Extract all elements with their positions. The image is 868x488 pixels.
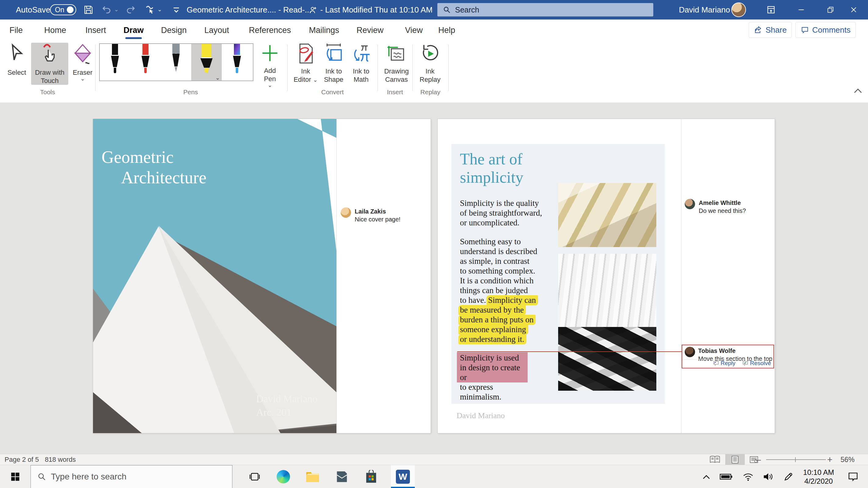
comment-tobias[interactable]: Tobias Wolfe Move this section to the to… (682, 345, 774, 368)
action-center-icon[interactable] (842, 465, 864, 488)
ink-editor-button[interactable]: Ink Editor ⌄ (292, 43, 319, 84)
ink-highlight: Simplicity can (487, 295, 538, 305)
tab-file[interactable]: File (9, 20, 23, 41)
tab-insert[interactable]: Insert (85, 20, 106, 41)
comments-button[interactable]: Comments (796, 22, 856, 38)
ink-replay-icon (421, 43, 439, 65)
ink-highlight: or understanding it. (458, 334, 526, 344)
mail-app-icon[interactable] (329, 465, 355, 488)
tab-home[interactable]: Home (44, 20, 66, 41)
page-1-cover[interactable]: Geometric Architecture David Mariano Arc… (93, 119, 431, 433)
comment-amelie[interactable]: Amelie Whittle Do we need this? (685, 199, 746, 215)
draw-touch-icon[interactable] (145, 4, 156, 15)
start-button[interactable] (4, 465, 27, 488)
tab-design[interactable]: Design (161, 20, 187, 41)
zoom-slider-handle[interactable] (795, 457, 796, 462)
toggle-knob (67, 6, 73, 13)
read-mode-view-button[interactable] (705, 454, 725, 465)
add-pen-chevron[interactable]: ⌄ (268, 83, 272, 87)
reply-icon (713, 361, 719, 366)
quick-access-toolbar-icon[interactable] (171, 4, 182, 15)
wifi-icon[interactable] (738, 465, 758, 488)
user-name[interactable]: David Mariano (679, 0, 730, 20)
avatar (685, 347, 695, 357)
add-pen-button[interactable]: Add Pen ⌄ (258, 43, 282, 87)
ink-editor-icon (296, 43, 315, 65)
tab-references[interactable]: References (249, 20, 291, 41)
ink-highlight: someone explaining (458, 325, 528, 335)
draw-with-touch-button[interactable]: Draw with Touch (31, 43, 68, 85)
undo-dropdown-chevron[interactable]: ⌄ (114, 7, 125, 18)
yellow-highlighter-icon (197, 44, 216, 77)
search-icon (37, 472, 46, 481)
page-indicator[interactable]: Page 2 of 5 (5, 454, 39, 465)
word-count[interactable]: 818 words (45, 454, 76, 465)
shared-with-icon[interactable] (309, 5, 318, 14)
tab-view[interactable]: View (405, 20, 423, 41)
taskbar-search-box[interactable]: Type here to search (31, 465, 232, 488)
tab-mailings[interactable]: Mailings (309, 20, 339, 41)
microsoft-store-icon[interactable] (358, 465, 384, 488)
autosave-toggle[interactable]: On (50, 4, 76, 15)
document-canvas[interactable]: Geometric Architecture David Mariano Arc… (0, 102, 868, 454)
edge-browser-icon[interactable] (270, 465, 297, 488)
undo-icon[interactable] (101, 4, 112, 15)
tab-draw[interactable]: Draw (124, 20, 144, 41)
reply-button[interactable]: Reply (713, 360, 736, 367)
zoom-out-button[interactable]: – (756, 454, 761, 465)
status-bar: Page 2 of 5 818 words – + 56% (0, 454, 868, 465)
windows-logo-icon (10, 472, 20, 482)
select-button[interactable]: Select (4, 43, 30, 77)
eraser-button[interactable]: Eraser ⌄ (69, 43, 96, 81)
group-separator (287, 44, 288, 91)
page-2[interactable]: The art of simplicity Simplicity is the … (438, 119, 775, 433)
red-pen-tile[interactable] (130, 44, 161, 81)
yellow-highlighter-tile[interactable]: ⌄ (191, 44, 222, 81)
collapse-ribbon-chevron[interactable] (853, 87, 863, 95)
selected-paragraph[interactable]: Simplicity is used in design to create o… (457, 352, 528, 383)
ink-to-math-button[interactable]: Ink to Math (348, 43, 374, 84)
pen-options-chevron[interactable]: ⌄ (215, 75, 220, 80)
battery-icon[interactable] (716, 465, 736, 488)
tab-help[interactable]: Help (438, 20, 455, 41)
ink-to-shape-button[interactable]: Ink to Shape (320, 43, 347, 84)
black-pen-tile[interactable] (100, 44, 130, 81)
draw-touch-chevron[interactable]: ⌄ (157, 7, 168, 18)
volume-icon[interactable] (758, 465, 778, 488)
galaxy-pen-tile[interactable] (222, 44, 252, 81)
zoom-in-button[interactable]: + (827, 454, 833, 465)
eraser-dropdown-chevron[interactable]: ⌄ (80, 77, 85, 81)
comment-laila[interactable]: Laila Zakis Nice cover page! (341, 207, 400, 223)
minimize-button[interactable] (787, 0, 815, 20)
galaxy-pen-icon (228, 44, 246, 77)
drawing-canvas-button[interactable]: Drawing Canvas (382, 43, 411, 84)
tray-show-hidden-icons[interactable] (697, 465, 715, 488)
insert-group-label: Insert (378, 88, 412, 96)
windows-ink-pen-icon[interactable] (778, 465, 799, 488)
user-avatar[interactable] (732, 2, 746, 17)
print-layout-view-button[interactable] (725, 454, 745, 465)
ribbon-display-options-icon[interactable] (766, 5, 776, 14)
save-icon[interactable] (83, 4, 94, 15)
add-pen-plus-icon (261, 43, 278, 65)
share-button[interactable]: Share (749, 22, 792, 38)
word-logo-icon: W (396, 470, 410, 484)
ink-editor-chevron[interactable]: ⌄ (313, 77, 317, 83)
taskbar-clock[interactable]: 10:10 AM4/2/2020 (800, 465, 837, 488)
redo-icon[interactable] (125, 4, 136, 15)
zoom-level[interactable]: 56% (841, 454, 855, 465)
comments-icon (801, 26, 809, 34)
red-pen-icon (137, 44, 154, 77)
word-taskbar-icon[interactable]: W (391, 465, 415, 488)
ink-replay-button[interactable]: Ink Replay (416, 43, 444, 84)
tab-layout[interactable]: Layout (204, 20, 229, 41)
search-box[interactable]: Search (437, 3, 653, 17)
close-button[interactable] (839, 0, 868, 20)
zoom-slider[interactable] (766, 459, 826, 460)
gray-pencil-tile[interactable] (161, 44, 191, 81)
resolve-button[interactable]: Resolve (742, 360, 771, 367)
avatar (341, 207, 351, 218)
tab-review[interactable]: Review (356, 20, 384, 41)
task-view-button[interactable] (244, 465, 265, 488)
file-explorer-icon[interactable] (300, 465, 326, 488)
